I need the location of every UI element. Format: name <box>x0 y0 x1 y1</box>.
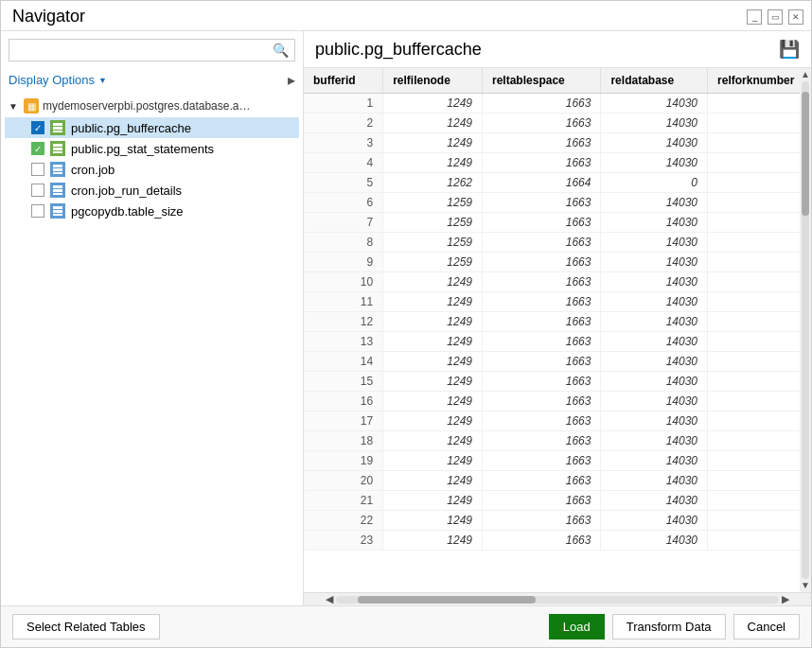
scroll-down-arrow[interactable]: ▼ <box>801 581 810 590</box>
table-cell: 14030 <box>601 94 708 114</box>
refresh-icon[interactable]: ▸ <box>288 71 295 89</box>
data-table-scroll[interactable]: bufferid relfilenode reltablespace relda… <box>304 68 800 592</box>
tree-area: ▼ ▦ mydemoserverpbi.postgres.database.az… <box>1 95 303 605</box>
table-cell <box>708 292 800 312</box>
display-options-bar: Display Options ▼ ▸ <box>1 69 303 95</box>
table-cell: 1663 <box>483 412 601 431</box>
table-cell: 2 <box>304 114 383 133</box>
table-cell: 1663 <box>483 332 601 352</box>
table-cell: 1663 <box>483 372 601 392</box>
table-icon-pg-buffercache <box>50 120 65 135</box>
table-cell: 1259 <box>383 233 483 253</box>
checkbox-cron-job-run-details[interactable] <box>31 184 44 197</box>
tree-item-pg-stat-statements[interactable]: public.pg_stat_statements <box>5 138 299 159</box>
search-input[interactable] <box>15 44 273 58</box>
transform-data-button[interactable]: Transform Data <box>612 614 726 639</box>
table-cell: 1249 <box>383 332 483 352</box>
table-cell: 1663 <box>483 531 601 551</box>
select-related-tables-button[interactable]: Select Related Tables <box>12 614 160 639</box>
dropdown-caret-icon: ▼ <box>98 76 107 85</box>
table-cell <box>708 133 800 153</box>
table-cell <box>708 352 800 372</box>
tree-item-pg-buffercache[interactable]: public.pg_buffercache <box>5 117 299 138</box>
svg-rect-0 <box>53 123 62 126</box>
table-cell <box>708 412 800 431</box>
table-cell: 1663 <box>483 114 601 133</box>
title-bar: Navigator ⎯ ▭ ✕ <box>1 1 811 30</box>
table-row: 231249166314030 <box>304 531 800 551</box>
table-cell: 1249 <box>383 312 483 332</box>
data-table-wrapper: bufferid relfilenode reltablespace relda… <box>304 68 811 605</box>
scroll-left-arrow[interactable]: ◀ <box>323 593 336 605</box>
horizontal-scrollbar-row: ◀ ▶ <box>304 592 811 605</box>
table-cell: 1663 <box>483 233 601 253</box>
table-cell: 1663 <box>483 491 601 511</box>
table-body: 1124916631403021249166314030312491663140… <box>304 94 800 551</box>
scroll-up-arrow[interactable]: ▲ <box>801 70 810 79</box>
svg-rect-5 <box>53 151 62 153</box>
tree-item-pgcopydb-table-size[interactable]: pgcopydb.table_size <box>5 201 299 221</box>
table-cell: 14030 <box>601 312 708 332</box>
vertical-scrollbar[interactable]: ▲ ▼ <box>800 68 811 592</box>
table-cell <box>708 312 800 332</box>
v-scroll-thumb <box>802 92 809 217</box>
table-cell: 17 <box>304 412 383 431</box>
tree-expand-arrow: ▼ <box>9 101 20 112</box>
load-button[interactable]: Load <box>549 614 605 639</box>
table-cell: 1249 <box>383 133 483 153</box>
cancel-button[interactable]: Cancel <box>733 614 800 639</box>
table-cell <box>708 253 800 272</box>
svg-rect-9 <box>53 185 62 188</box>
table-cell: 21 <box>304 491 383 511</box>
table-cell: 1249 <box>383 431 483 451</box>
table-cell: 3 <box>304 133 383 153</box>
window-title: Navigator <box>12 7 85 26</box>
table-row: 161249166314030 <box>304 392 800 412</box>
table-cell: 1249 <box>383 471 483 491</box>
table-cell <box>708 213 800 233</box>
table-cell: 14030 <box>601 193 708 213</box>
table-cell: 12 <box>304 312 383 332</box>
table-cell: 14030 <box>601 332 708 352</box>
export-icon[interactable]: 💾 <box>779 39 800 60</box>
close-button[interactable]: ✕ <box>788 9 803 25</box>
checkbox-pg-stat-statements[interactable] <box>31 142 44 155</box>
table-row: 21249166314030 <box>304 114 800 133</box>
table-cell: 1663 <box>483 511 601 531</box>
table-cell: 14030 <box>601 253 708 272</box>
svg-rect-2 <box>53 131 62 132</box>
preview-title: public.pg_buffercache <box>315 40 482 60</box>
tree-item-cron-job[interactable]: cron.job <box>5 159 299 180</box>
table-cell: 19 <box>304 451 383 471</box>
table-cell <box>708 332 800 352</box>
table-row: 5126216640 <box>304 173 800 193</box>
table-cell: 1663 <box>483 193 601 213</box>
table-row: 141249166314030 <box>304 352 800 372</box>
search-icon: 🔍 <box>273 43 289 58</box>
item-label-cron-job: cron.job <box>71 163 115 177</box>
v-scroll-track <box>802 81 809 579</box>
table-cell: 1249 <box>383 352 483 372</box>
tree-item-cron-job-run-details[interactable]: cron.job_run_details <box>5 180 299 201</box>
checkbox-pgcopydb-table-size[interactable] <box>31 204 44 218</box>
table-row: 121249166314030 <box>304 312 800 332</box>
table-icon-pgcopydb-table-size <box>50 203 65 219</box>
item-label-cron-job-run-details: cron.job_run_details <box>71 184 182 198</box>
table-cell: 1249 <box>383 392 483 412</box>
footer: Select Related Tables Load Transform Dat… <box>1 605 811 647</box>
maximize-button[interactable]: ▭ <box>768 9 783 25</box>
table-cell: 14030 <box>601 531 708 551</box>
table-row: 221249166314030 <box>304 511 800 531</box>
display-options-button[interactable]: Display Options ▼ <box>9 73 107 87</box>
table-cell: 8 <box>304 233 383 253</box>
tree-server-node[interactable]: ▼ ▦ mydemoserverpbi.postgres.database.az… <box>5 95 299 117</box>
checkbox-pg-buffercache[interactable] <box>31 121 44 134</box>
item-label-pg-stat-statements: public.pg_stat_statements <box>71 142 214 156</box>
checkbox-cron-job[interactable] <box>31 163 44 176</box>
scroll-right-arrow[interactable]: ▶ <box>779 593 792 605</box>
table-cell: 1663 <box>483 352 601 372</box>
table-cell: 1663 <box>483 431 601 451</box>
table-cell: 6 <box>304 193 383 213</box>
right-panel: public.pg_buffercache 💾 bufferid relfile… <box>304 31 811 605</box>
minimize-button[interactable]: ⎯ <box>747 9 762 25</box>
